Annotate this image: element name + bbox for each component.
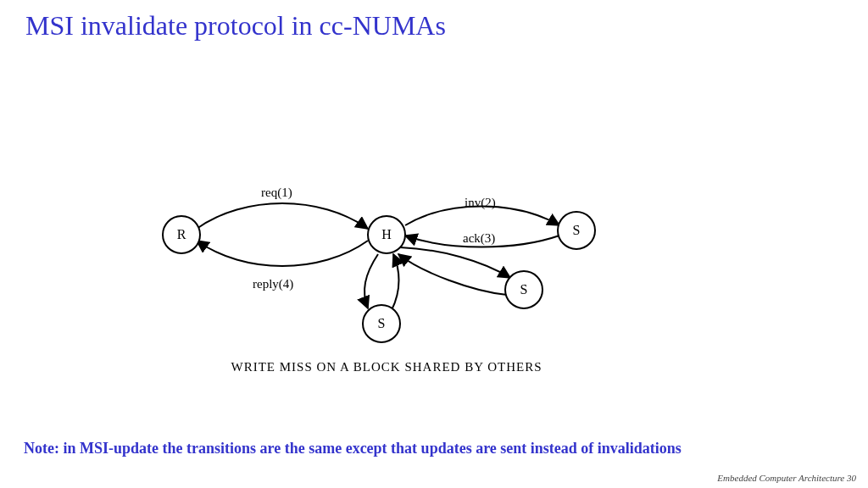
edge-s2-to-h: [398, 254, 507, 295]
edge-inv-label: inv(2): [465, 196, 496, 210]
edge-h-to-s2: [400, 247, 510, 278]
footer-text: Embedded Computer Architecture 30: [717, 473, 856, 483]
slide: MSI invalidate protocol in cc-NUMAs req(…: [0, 0, 868, 488]
edge-ack-label: ack(3): [463, 231, 495, 246]
svg-text:S: S: [520, 282, 528, 297]
note-text: Note: in MSI-update the transitions are …: [24, 440, 844, 458]
protocol-diagram: req(1) reply(4) inv(2) ack(3) R: [142, 188, 631, 381]
slide-title: MSI invalidate protocol in cc-NUMAs: [25, 10, 446, 42]
edge-reply-label: reply(4): [253, 277, 293, 291]
edge-reply: [197, 241, 368, 266]
edge-req: [197, 203, 368, 229]
edge-req-label: req(1): [261, 186, 292, 200]
svg-text:R: R: [177, 227, 186, 241]
node-h: H: [368, 216, 405, 253]
node-r: R: [163, 216, 200, 253]
node-s3: S: [363, 305, 400, 342]
svg-text:S: S: [378, 316, 386, 330]
node-s1: S: [558, 212, 595, 249]
svg-text:H: H: [381, 227, 392, 241]
node-s2: S: [505, 271, 542, 308]
diagram-caption: WRITE MISS ON A BLOCK SHARED BY OTHERS: [231, 360, 542, 374]
svg-text:S: S: [573, 223, 581, 237]
edge-h-to-s3: [364, 254, 378, 308]
edge-s3-to-h: [392, 254, 399, 310]
